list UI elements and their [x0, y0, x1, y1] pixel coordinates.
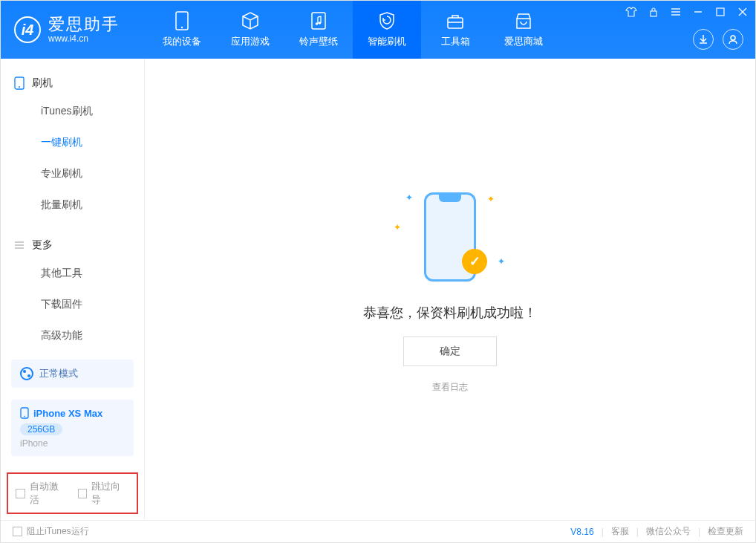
tab-label: 铃声壁纸 — [299, 35, 338, 48]
menu-icon[interactable] — [669, 5, 682, 19]
mode-box[interactable]: 正常模式 — [11, 360, 134, 388]
view-log-link[interactable]: 查看日志 — [432, 381, 468, 394]
side-spacer — [1, 351, 144, 352]
divider: | — [636, 527, 639, 537]
sidebar-item-advanced[interactable]: 高级功能 — [1, 320, 144, 351]
divider: | — [602, 527, 604, 537]
version-label: V8.16 — [570, 527, 593, 537]
checkbox-icon — [16, 489, 25, 498]
sidebar-item-itunes-flash[interactable]: iTunes刷机 — [1, 96, 144, 127]
check-badge-icon: ✓ — [462, 249, 487, 274]
sidebar-item-oneclick-flash[interactable]: 一键刷机 — [1, 127, 144, 158]
tab-apps[interactable]: 应用游戏 — [216, 1, 284, 59]
app-url: www.i4.cn — [48, 34, 120, 44]
link-wechat[interactable]: 微信公众号 — [646, 525, 691, 538]
device-type: iPhone — [20, 438, 125, 449]
download-icon[interactable] — [693, 29, 714, 50]
divider: | — [698, 527, 700, 537]
checkbox-stop-itunes[interactable]: 阻止iTunes运行 — [13, 525, 89, 538]
svg-point-22 — [24, 416, 25, 417]
svg-rect-2 — [312, 13, 325, 29]
device-name: iPhone XS Max — [33, 408, 102, 419]
maximize-button[interactable] — [714, 5, 727, 19]
list-icon — [14, 241, 25, 250]
svg-rect-12 — [717, 8, 724, 16]
header-circle-icons — [693, 29, 743, 50]
sparkle-icon: ✦ — [394, 222, 401, 233]
window-controls — [625, 5, 749, 19]
checkbox-skip-guide[interactable]: 跳过向导 — [78, 480, 130, 507]
device-icon — [20, 407, 29, 419]
device-box[interactable]: iPhone XS Max 256GB iPhone — [11, 400, 134, 456]
device-icon — [14, 77, 25, 90]
link-support[interactable]: 客服 — [611, 525, 629, 538]
checkbox-icon — [13, 527, 22, 536]
music-icon — [308, 11, 329, 30]
svg-point-4 — [319, 22, 322, 25]
sidebar-item-pro-flash[interactable]: 专业刷机 — [1, 158, 144, 189]
device-name-row: iPhone XS Max — [20, 407, 125, 419]
checkbox-label: 自动激活 — [30, 480, 68, 507]
svg-point-3 — [316, 22, 319, 25]
titlebar: i4 爱思助手 www.i4.cn 我的设备 应用游戏 铃声壁纸 智能刷机 工具… — [1, 1, 755, 59]
mode-icon — [20, 367, 33, 380]
body-row: 刷机 iTunes刷机 一键刷机 专业刷机 批量刷机 更多 其他工具 下载固件 … — [1, 59, 755, 520]
sparkle-icon: ✦ — [487, 194, 495, 204]
nav-tabs: 我的设备 应用游戏 铃声壁纸 智能刷机 工具箱 爱思商城 — [148, 1, 558, 59]
success-illustration: ✦ ✦ ✦ ✦ ✓ — [391, 185, 509, 289]
checkbox-label: 阻止iTunes运行 — [27, 525, 89, 538]
highlight-box: 自动激活 跳过向导 — [7, 472, 138, 514]
side-header-more[interactable]: 更多 — [1, 233, 144, 258]
store-icon — [513, 11, 534, 30]
tab-ringtone[interactable]: 铃声壁纸 — [284, 1, 353, 59]
statusbar-right: V8.16 | 客服 | 微信公众号 | 检查更新 — [570, 525, 743, 538]
device-capacity: 256GB — [20, 423, 62, 435]
logo-text: 爱思助手 www.i4.cn — [48, 16, 120, 43]
shirt-icon[interactable] — [625, 5, 638, 19]
tab-label: 工具箱 — [441, 35, 470, 48]
checkbox-label: 跳过向导 — [91, 480, 129, 507]
tab-label: 智能刷机 — [368, 35, 406, 48]
sidebar-item-batch-flash[interactable]: 批量刷机 — [1, 189, 144, 221]
side-section-flash: 刷机 iTunes刷机 一键刷机 专业刷机 批量刷机 — [1, 59, 144, 221]
svg-point-1 — [181, 27, 183, 28]
side-header-flash[interactable]: 刷机 — [1, 71, 144, 96]
toolbox-icon — [445, 11, 466, 30]
svg-rect-7 — [651, 11, 656, 16]
phone-icon — [172, 11, 192, 30]
section-title: 更多 — [32, 238, 53, 252]
tab-toolbox[interactable]: 工具箱 — [421, 1, 489, 59]
user-icon[interactable] — [723, 29, 743, 50]
success-message: 恭喜您，保资料刷机成功啦！ — [363, 304, 537, 322]
link-check-update[interactable]: 检查更新 — [708, 525, 743, 538]
sparkle-icon: ✦ — [498, 256, 505, 267]
sidebar-item-other-tools[interactable]: 其他工具 — [1, 258, 144, 289]
mode-label: 正常模式 — [39, 367, 78, 380]
close-button[interactable] — [736, 5, 749, 19]
shield-icon — [377, 11, 397, 30]
sidebar: 刷机 iTunes刷机 一键刷机 专业刷机 批量刷机 更多 其他工具 下载固件 … — [1, 59, 145, 520]
ok-button[interactable]: 确定 — [403, 336, 497, 366]
tab-my-device[interactable]: 我的设备 — [148, 1, 216, 59]
lock-icon[interactable] — [647, 5, 660, 19]
sidebar-item-download-firmware[interactable]: 下载固件 — [1, 289, 144, 320]
svg-point-17 — [19, 86, 20, 88]
content-area: ✦ ✦ ✦ ✦ ✓ 恭喜您，保资料刷机成功啦！ 确定 查看日志 — [145, 59, 755, 520]
tab-label: 爱思商城 — [504, 35, 543, 48]
checkbox-auto-activate[interactable]: 自动激活 — [16, 480, 68, 507]
logo-icon: i4 — [14, 16, 41, 43]
sparkle-icon: ✦ — [405, 192, 413, 203]
tab-label: 应用游戏 — [231, 35, 270, 48]
side-section-more: 更多 其他工具 下载固件 高级功能 — [1, 221, 144, 351]
statusbar-left: 阻止iTunes运行 — [13, 525, 89, 538]
checkbox-icon — [78, 489, 88, 498]
minimize-button[interactable] — [691, 5, 705, 19]
statusbar: 阻止iTunes运行 V8.16 | 客服 | 微信公众号 | 检查更新 — [1, 520, 755, 542]
tab-flash[interactable]: 智能刷机 — [353, 1, 421, 59]
logo-area: i4 爱思助手 www.i4.cn — [1, 16, 133, 43]
app-name: 爱思助手 — [48, 16, 120, 33]
section-title: 刷机 — [32, 77, 53, 90]
svg-rect-5 — [448, 18, 463, 28]
cube-icon — [240, 11, 261, 30]
tab-store[interactable]: 爱思商城 — [489, 1, 558, 59]
